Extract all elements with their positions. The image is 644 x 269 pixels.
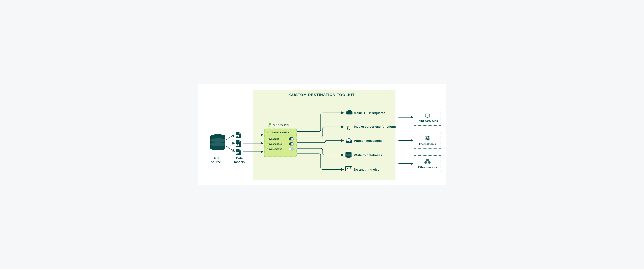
fx-icon: fx	[347, 124, 350, 131]
envelope-icon	[346, 138, 352, 143]
database-small-icon	[346, 152, 352, 158]
monitor-icon: A≡	[346, 166, 352, 172]
arrow	[226, 135, 234, 140]
diagram-svg: SQL SQL SQL fx	[198, 84, 446, 185]
svg-text:A≡: A≡	[347, 167, 349, 169]
svg-text:SQL: SQL	[236, 144, 239, 145]
sql-icon: SQL	[235, 149, 241, 155]
svg-text:SQL: SQL	[236, 135, 239, 137]
database-icon	[210, 134, 226, 150]
arrow	[297, 127, 344, 137]
sql-icon: SQL	[235, 132, 241, 138]
sql-icon: SQL	[235, 140, 241, 147]
arrow	[297, 148, 344, 155]
svg-point-9	[210, 142, 226, 146]
arrow	[297, 154, 344, 169]
svg-text:SQL: SQL	[236, 152, 239, 154]
arrow	[297, 141, 344, 143]
svg-point-20	[346, 154, 352, 156]
arrow	[226, 146, 234, 151]
arrow	[226, 143, 234, 143]
cloud-icon	[346, 110, 352, 114]
diagram-canvas: CUSTOM DESTINATION TOOLKIT hightouch TRI…	[198, 84, 446, 185]
svg-point-8	[210, 138, 226, 142]
arrow	[297, 113, 344, 132]
